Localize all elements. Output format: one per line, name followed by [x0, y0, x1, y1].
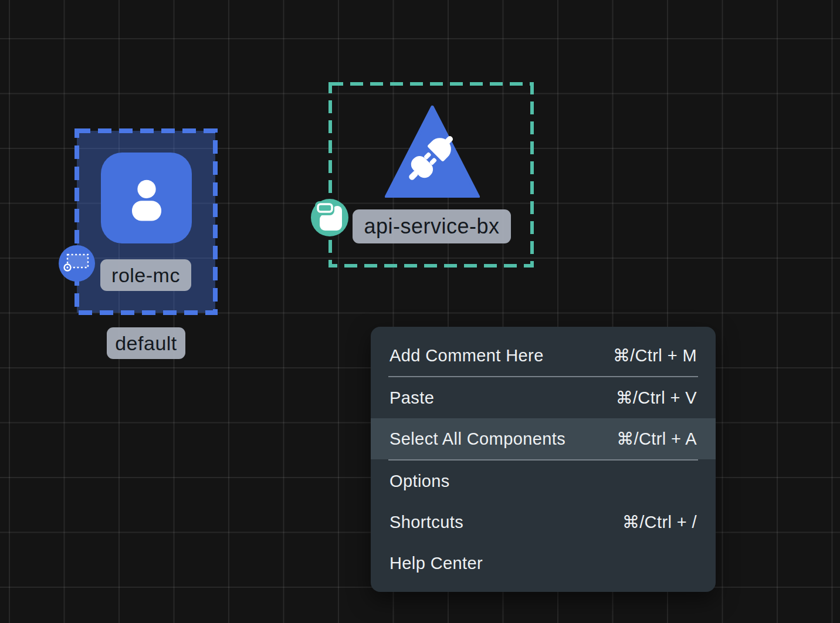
node-badge-api-service[interactable]: [311, 199, 348, 236]
node-label-api-service[interactable]: api-service-bx: [353, 209, 511, 243]
menu-item-label: Add Comment Here: [389, 346, 544, 365]
menu-item-select-all-components[interactable]: Select All Components ⌘/Ctrl + A: [371, 418, 716, 459]
menu-item-shortcut: ⌘/Ctrl + M: [613, 346, 697, 365]
diagram-canvas[interactable]: role-mc default api-service-bx: [0, 0, 840, 623]
user-icon: [117, 169, 176, 228]
menu-item-shortcut: ⌘/Ctrl + /: [622, 512, 697, 532]
menu-item-help-center[interactable]: Help Center: [371, 543, 716, 584]
menu-item-options[interactable]: Options: [371, 461, 716, 502]
marquee-selection-icon: [59, 245, 95, 282]
triangle-shape: [387, 107, 478, 197]
menu-item-shortcut: ⌘/Ctrl + A: [617, 429, 697, 449]
menu-item-label: Paste: [389, 388, 434, 408]
menu-item-add-comment[interactable]: Add Comment Here ⌘/Ctrl + M: [371, 335, 716, 376]
menu-item-label: Shortcuts: [389, 513, 463, 532]
save-icon: [311, 199, 348, 236]
node-role-mc[interactable]: [101, 153, 192, 243]
menu-item-label: Options: [389, 472, 450, 491]
menu-item-label: Help Center: [389, 554, 483, 573]
menu-item-shortcut: ⌘/Ctrl + V: [615, 388, 697, 408]
node-label-role-mc[interactable]: role-mc: [100, 259, 191, 291]
menu-item-paste[interactable]: Paste ⌘/Ctrl + V: [371, 377, 716, 418]
node-badge-role-mc[interactable]: [59, 245, 95, 282]
node-sublabel-default: default: [107, 327, 185, 359]
menu-item-label: Select All Components: [389, 429, 565, 449]
node-api-service[interactable]: [384, 103, 480, 198]
context-menu: Add Comment Here ⌘/Ctrl + M Paste ⌘/Ctrl…: [371, 327, 716, 592]
menu-item-shortcuts[interactable]: Shortcuts ⌘/Ctrl + /: [371, 502, 716, 543]
